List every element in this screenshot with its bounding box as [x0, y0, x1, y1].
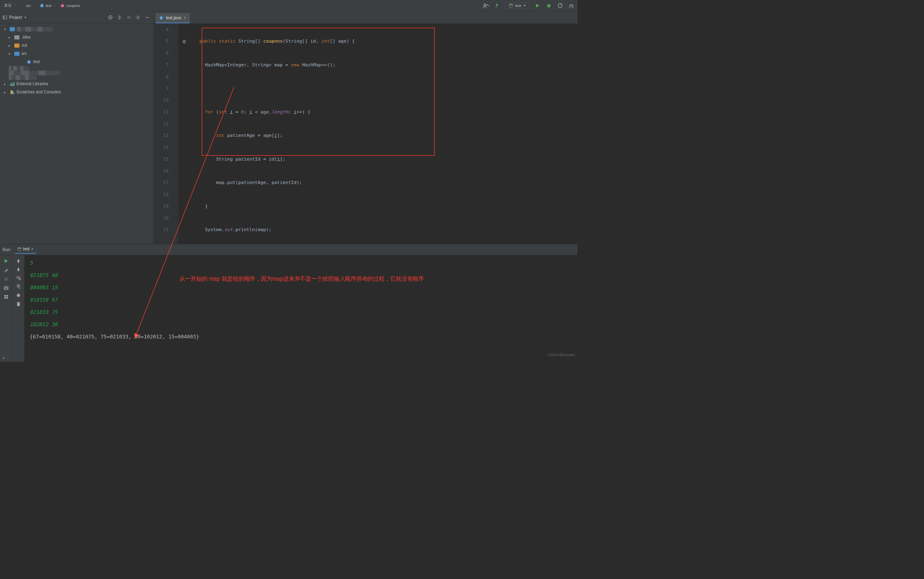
tree-scratches[interactable]: ▸Scratches and Consoles: [0, 88, 153, 96]
tree-blurred-2[interactable]: [0, 71, 153, 75]
gear-icon[interactable]: [134, 14, 142, 21]
editor-surface[interactable]: 456789101112131415161718192021 @ public …: [154, 24, 578, 244]
select-open-file-icon[interactable]: [107, 14, 114, 21]
gutter: 456789101112131415161718192021: [154, 24, 172, 244]
console-line: {67=010158, 40=021075, 75=021033, 30=102…: [30, 330, 573, 343]
code-surface[interactable]: @ public static String[] coupons(String[…: [179, 24, 578, 244]
library-icon: [10, 82, 14, 86]
svg-point-4: [484, 4, 486, 6]
soft-wrap-icon[interactable]: [16, 276, 21, 280]
crumb-3[interactable]: mcoupons: [59, 2, 82, 9]
chevron-right-icon: ▸: [9, 41, 12, 50]
trash-icon[interactable]: [16, 302, 20, 306]
svg-rect-25: [5, 278, 8, 281]
crumb-2[interactable]: Ctest: [38, 2, 53, 9]
close-icon[interactable]: ×: [183, 16, 186, 20]
user-add-icon[interactable]: ▾: [482, 2, 490, 9]
folder-icon: [14, 52, 20, 56]
run-config-label: test: [515, 3, 521, 8]
profile-icon[interactable]: [568, 2, 575, 9]
folder-icon: [14, 43, 20, 48]
run-tab[interactable]: test ×: [15, 245, 36, 254]
console-line: 004003 15: [30, 281, 573, 293]
run-config-select[interactable]: test ▼: [505, 2, 530, 9]
svg-text:C: C: [28, 61, 30, 64]
tree-external-libs[interactable]: ▸External Libraries: [0, 80, 153, 88]
up-icon[interactable]: [16, 259, 20, 263]
tree-blurred-3[interactable]: [0, 75, 153, 80]
stop-icon[interactable]: [4, 277, 8, 281]
svg-point-13: [110, 17, 111, 18]
console[interactable]: 5 021075 40 004003 15 010158 67 021033 7…: [25, 255, 578, 362]
expand-all-icon[interactable]: [116, 14, 123, 21]
close-icon[interactable]: ×: [31, 247, 34, 252]
camera-icon[interactable]: [3, 286, 9, 290]
debug-icon[interactable]: [545, 2, 553, 9]
tree-src[interactable]: ▾src: [0, 50, 153, 58]
tree-root[interactable]: ▾: [0, 25, 153, 33]
editor: C test.java × 45678910111213141516171819…: [154, 11, 578, 244]
chevron-right-icon: 〉: [34, 3, 37, 8]
project-view-icon: [2, 15, 7, 20]
navbar: 算法 〉 src 〉 Ctest 〉 mcoupons ▾ test ▼: [0, 0, 578, 11]
class-icon: C: [159, 16, 163, 20]
tree-out[interactable]: ▸out: [0, 41, 153, 50]
down-icon[interactable]: [16, 268, 20, 272]
fold-column: [172, 24, 179, 244]
console-line: 5: [30, 257, 573, 269]
tree-test-class[interactable]: Ctest: [0, 58, 153, 66]
tree-blurred-1[interactable]: [0, 66, 153, 70]
chevron-right-icon: ▸: [9, 33, 12, 41]
application-icon: [509, 3, 513, 7]
chevron-down-icon: ▼: [523, 4, 526, 7]
coverage-icon[interactable]: [557, 2, 564, 9]
navbar-right: ▾ test ▼: [482, 2, 575, 9]
svg-text:C: C: [41, 4, 43, 7]
crumb-0[interactable]: 算法: [2, 2, 13, 9]
class-icon: C: [27, 60, 31, 64]
svg-rect-32: [6, 297, 8, 299]
wrench-icon[interactable]: [4, 268, 8, 272]
svg-rect-31: [4, 297, 6, 299]
console-line: 010158 67: [30, 293, 573, 306]
chevron-down-icon: ▾: [4, 25, 8, 33]
expand-icon[interactable]: »: [2, 356, 5, 360]
minimize-icon[interactable]: [144, 14, 151, 21]
console-line: 102012 30: [30, 318, 573, 330]
run-label: Run:: [2, 247, 11, 252]
project-header: Project ▼: [0, 11, 153, 24]
svg-rect-38: [18, 302, 19, 302]
layout-icon[interactable]: [4, 295, 8, 299]
chevron-right-icon: ▸: [4, 80, 8, 88]
run-side-toolbar: [0, 255, 12, 362]
rerun-icon[interactable]: [4, 259, 8, 263]
method-icon: m: [60, 3, 65, 8]
chevron-right-icon: 〉: [54, 3, 58, 8]
run-icon[interactable]: [534, 2, 541, 9]
folder-icon: [14, 35, 20, 39]
application-icon: [17, 247, 21, 251]
hammer-icon[interactable]: [494, 2, 501, 9]
tab-test-java[interactable]: C test.java ×: [156, 13, 190, 23]
print-icon[interactable]: [16, 293, 20, 297]
svg-rect-34: [17, 294, 19, 295]
folder-icon: [20, 3, 25, 8]
tree-idea[interactable]: ▸.idea: [0, 33, 153, 41]
svg-point-9: [571, 6, 572, 7]
scratch-icon: [10, 90, 14, 94]
chevron-down-icon[interactable]: ▼: [24, 16, 27, 19]
run-header: Run: test ×: [0, 244, 578, 255]
blurred-text: [9, 75, 37, 80]
collapse-all-icon[interactable]: [125, 14, 133, 21]
svg-rect-30: [6, 295, 8, 297]
svg-text:m: m: [61, 4, 63, 7]
crumb-1[interactable]: src: [18, 2, 32, 9]
folder-icon: [10, 27, 15, 31]
console-line: 021033 75: [30, 306, 573, 318]
svg-rect-36: [17, 303, 20, 306]
scroll-end-icon[interactable]: [16, 284, 20, 289]
svg-rect-37: [16, 302, 20, 303]
chevron-down-icon: ▾: [9, 50, 12, 58]
project-title[interactable]: Project: [9, 15, 22, 20]
run-panel: Run: test ×: [0, 244, 578, 362]
